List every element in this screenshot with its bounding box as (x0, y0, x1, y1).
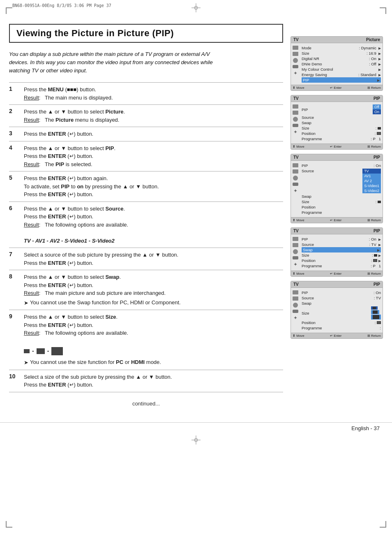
tv-icon-1 (293, 46, 298, 50)
step-number: 7 (9, 248, 22, 270)
page-crosshair-top (191, 3, 201, 14)
table-row: 3 Press the ENTER (↵) button. (9, 127, 283, 141)
tv-menu-row: Position (302, 204, 381, 210)
tv-menu-3: PIP: On Source TV AV1 AV 2 S-Video1 S-Vi… (300, 162, 383, 216)
tv-size-sm (371, 306, 378, 310)
step-content: Press the ENTER (↵) button again. To act… (22, 171, 283, 202)
intro-paragraph: You can display a sub picture within the… (9, 50, 227, 75)
tv-enter-label: ↵ Enter (330, 218, 341, 222)
note-text: You cannot use the size function for PC … (30, 358, 161, 366)
table-row: 10 Select a size of the sub picture by p… (9, 370, 283, 392)
tv-enter-label: ↵ Enter (330, 334, 341, 338)
size-icons-row: - - (24, 347, 63, 355)
tv-icon-3 (293, 176, 298, 181)
tv-screen-2: TV PIP ✦ PIP Off (291, 95, 383, 150)
table-row: 7 Select a source of the sub picture by … (9, 248, 283, 270)
step-number: 4 (9, 141, 22, 171)
tv-option-tv: TV (362, 169, 381, 174)
tv-menu-title: PIP (374, 229, 380, 233)
step-number: 8 (9, 270, 22, 310)
tv-menu-row-swap: Swap▶ (302, 247, 381, 252)
left-column: Viewing the Picture in Picture (PIP) You… (9, 24, 283, 410)
step-number: 6 (9, 201, 22, 248)
tv-icon-3 (293, 58, 298, 63)
tv-icon-2 (293, 52, 298, 56)
tv-menu-row: Size (302, 306, 381, 320)
footer-separator: - (371, 425, 374, 431)
footer-language: English (351, 425, 369, 431)
tv-icon-1 (293, 290, 298, 294)
size-icon-medium (37, 348, 45, 354)
pip-pos-icon (373, 259, 377, 262)
tv-icon-1 (293, 163, 298, 167)
tv-icon-4 (293, 183, 298, 186)
tv-footer-5: ⬆ Move ↵ Enter ⊞ Return (291, 333, 383, 338)
tv-menu-row: PIP Off On (302, 104, 381, 115)
step-number: 5 (9, 171, 22, 202)
tv-sidebar: ✦ (291, 235, 300, 270)
note-text: You cannot use the Swap function for PC,… (30, 299, 181, 307)
tv-icon-2 (293, 169, 298, 174)
tv-sidebar: ✦ (291, 162, 300, 216)
tv-enter-label: ↵ Enter (330, 272, 341, 276)
tv-menu-row: DNIe Demo: Off ▶ (302, 61, 381, 67)
step-content: Select a source of the sub picture by pr… (22, 248, 283, 270)
step-content: Press the ▲ or ▼ button to select Size. … (22, 310, 283, 370)
tv-footer-1: ⬆ Move ↵ Enter ⊞ Return (291, 85, 383, 90)
tv-icon-1 (293, 104, 298, 109)
table-row: 6 Press the ▲ or ▼ button to select Sour… (9, 201, 283, 248)
tv-icon-5: ✦ (293, 70, 297, 76)
tv-menu-row: PIP: On (302, 290, 381, 295)
tv-screen-1: TV Picture ✦ Mode: Dynamic ▶ (291, 36, 383, 91)
tv-sidebar: ✦ (291, 44, 300, 84)
tv-enter-label: ↵ Enter (330, 86, 341, 90)
tv-menu-row: Source: TV (302, 295, 381, 301)
tv-option-av1: AV1 (362, 174, 381, 178)
tv-menu-row: Size: (302, 125, 381, 131)
tv-menu-row: Swap (302, 120, 381, 125)
step-content: Press the ENTER (↵) button. (22, 127, 283, 141)
tv-sidebar: ✦ (291, 289, 300, 332)
tv-icon-5: ✦ (293, 129, 297, 135)
tv-label: TV (293, 155, 299, 160)
tv-menu-title: PIP (374, 96, 380, 101)
tv-icon-3 (293, 117, 298, 122)
tv-menu-title: Picture (366, 37, 380, 42)
tv-menu-row: Digital NR: On ▶ (302, 56, 381, 61)
tv-return-label: ⊞ Return (367, 334, 381, 338)
note-bullet: ➤ (24, 359, 28, 367)
tv-icon-2 (293, 111, 298, 115)
tv-header-5: TV PIP (291, 281, 383, 288)
tv-menu-row: Position: (302, 131, 381, 136)
tv-icon-5: ✦ (293, 315, 297, 321)
tv-icon-5: ✦ (293, 188, 297, 194)
tv-header-2: TV PIP (291, 95, 383, 102)
tv-menu-row: Programme: P 1 (302, 263, 381, 269)
tv-label: TV (293, 229, 299, 233)
table-row: 8 Press the ▲ or ▼ button to select Swap… (9, 270, 283, 310)
tv-menu-title: PIP (374, 155, 380, 160)
tv-icon-3 (293, 249, 298, 254)
tv-footer-2: ⬆ Move ↵ Enter ⊞ Return (291, 144, 383, 149)
tv-menu-row: PIP: On ▶ (302, 236, 381, 242)
steps-table: 1 Press the MENU (■■■) button. Result: T… (9, 82, 283, 392)
page-title: Viewing the Picture in Picture (PIP) (16, 28, 276, 39)
note-bullet: ➤ (24, 299, 28, 307)
tv-move-label: ⬆ Move (293, 272, 304, 276)
tv-menu-row: Size: (302, 199, 381, 204)
tv-icon-2 (293, 296, 298, 301)
tv-header-1: TV Picture (291, 37, 383, 43)
file-info: BN68-00951A-00Eng 8/3/05 3:06 PM Page 37 (12, 3, 111, 8)
tv-menu-2: PIP Off On Source Swap (300, 103, 383, 143)
tv-icon-4 (293, 256, 298, 259)
tv-menu-row: Energy Saving: Standard ▶ (302, 72, 381, 77)
tv-header-4: TV PIP (291, 228, 383, 234)
title-box: Viewing the Picture in Picture (PIP) (9, 24, 283, 43)
size-icon-large (51, 347, 63, 355)
size-icon-sm (373, 307, 376, 309)
tv-footer-3: ⬆ Move ↵ Enter ⊞ Return (291, 217, 383, 223)
tv-menu-row: My Colour Control▶ (302, 67, 381, 72)
tv-menu-row-pip: PIP▶ (302, 77, 381, 83)
tv-move-label: ⬆ Move (293, 86, 304, 90)
tv-menu-row: Swap (302, 301, 381, 306)
